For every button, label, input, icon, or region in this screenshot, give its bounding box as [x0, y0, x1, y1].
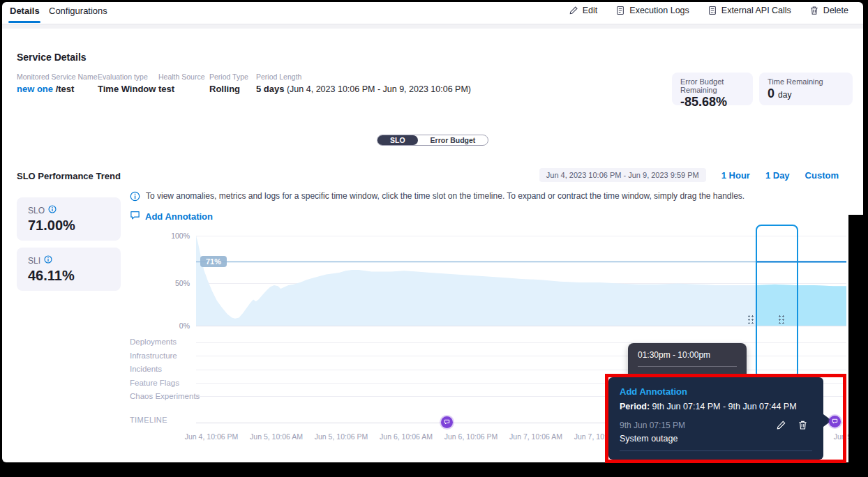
range-1-day[interactable]: 1 Day: [765, 170, 790, 181]
slo-area-chart[interactable]: [196, 236, 846, 326]
time-remaining-card: Time Remaining 0 day: [759, 73, 853, 105]
annotation-edit-icon[interactable]: [776, 420, 786, 430]
trash-icon: [809, 6, 819, 15]
tab-details[interactable]: Details: [10, 6, 40, 16]
target-percent-chip: 71%: [200, 256, 227, 267]
annotation-popup: Add Annotation Period: 9th Jun 07:14 PM …: [608, 377, 823, 460]
slo-errorbudget-toggle: SLO Error Budget: [377, 135, 488, 146]
y-tick-100: 100%: [160, 232, 190, 240]
lane-label-incidents: Incidents: [130, 365, 162, 373]
y-tick-0: 0%: [160, 321, 190, 330]
x-tick: Jun 6, 10:06 PM: [444, 432, 497, 441]
annotation-marker-icon-selected[interactable]: [829, 416, 841, 427]
edit-pencil-icon: [569, 6, 578, 15]
error-budget-remaining-card: Error Budget Remaining -85.68%: [672, 73, 753, 105]
toggle-error-budget[interactable]: Error Budget: [418, 135, 488, 145]
annotation-entry-time: 9th Jun 07:15 PM: [620, 421, 776, 430]
field-period-length: Period Length 5 days (Jun 4, 2023 10:06 …: [256, 73, 471, 94]
date-range-chip: Jun 4, 2023 10:06 PM - Jun 9, 2023 9:59 …: [539, 168, 706, 182]
lane-line: [196, 342, 846, 343]
monitored-service-link[interactable]: new one: [17, 84, 53, 94]
execution-logs-button[interactable]: Execution Logs: [615, 6, 689, 15]
info-icon: [130, 191, 140, 204]
popup-add-annotation-link[interactable]: Add Annotation: [620, 386, 812, 397]
active-tab-underline: [8, 21, 40, 23]
sli-info-icon[interactable]: [44, 255, 52, 266]
app-window: Details Configurations Edit Execution Lo…: [0, 0, 868, 477]
slo-area: [196, 236, 846, 326]
delete-button[interactable]: Delete: [809, 6, 848, 15]
field-evaluation-type: Evaluation type Time Window: [98, 73, 156, 94]
external-api-calls-button[interactable]: External API Calls: [708, 6, 791, 15]
field-period-type: Period Type Rolling: [209, 73, 248, 94]
annotation-bubble-icon: [130, 210, 140, 222]
annotation-delete-icon[interactable]: [798, 420, 808, 430]
field-monitored-service-name: Monitored Service Name new one /test: [17, 73, 98, 94]
lane-label-chaos-experiments: Chaos Experiments: [130, 392, 200, 400]
document-api-icon: [708, 6, 717, 15]
popup-divider: [620, 450, 812, 451]
info-banner: To view anomalies, metrics and logs for …: [130, 191, 835, 204]
toggle-slo[interactable]: SLO: [377, 135, 418, 145]
tab-configurations[interactable]: Configurations: [49, 6, 107, 16]
tooltip-divider: [638, 366, 737, 367]
y-tick-50: 50%: [160, 279, 190, 287]
field-health-source: Health Source test: [158, 73, 205, 94]
gridline-0: [196, 326, 846, 326]
x-tick: Jun 7, 10:06 AM: [509, 432, 562, 441]
timeline-label: TIMELINE: [130, 416, 167, 424]
range-1-hour[interactable]: 1 Hour: [721, 170, 750, 181]
x-tick: Jun 6, 10:06 AM: [380, 432, 433, 441]
x-tick: Jun 4, 10:06 PM: [185, 432, 238, 441]
time-window-selection[interactable]: [756, 225, 798, 379]
header-actions: Edit Execution Logs External API Calls D…: [569, 6, 848, 15]
trend-title: SLO Performance Trend: [17, 171, 121, 181]
annotation-entry-text: System outage: [620, 434, 812, 444]
lane-line: [196, 356, 846, 356]
lane-label-deployments: Deployments: [130, 338, 177, 346]
lane-label-infrastructure: Infrastructure: [130, 351, 177, 360]
x-tick: Jun 5, 10:06 PM: [315, 432, 368, 441]
add-annotation-link[interactable]: Add Annotation: [130, 210, 213, 222]
x-tick: Jun 5, 10:06 AM: [250, 432, 303, 441]
right-edge-mask: [848, 215, 868, 463]
lane-label-feature-flags: Feature Flags: [130, 379, 179, 387]
slo-score-card: SLO 71.00%: [17, 197, 121, 241]
tooltip-time-range: 01:30pm - 10:00pm: [638, 350, 737, 360]
lane-line: [196, 370, 846, 370]
annotation-marker-icon[interactable]: [441, 416, 453, 428]
trend-range-controls: Jun 4, 2023 10:06 PM - Jun 9, 2023 9:59 …: [539, 168, 839, 182]
slo-info-icon[interactable]: [48, 205, 57, 215]
service-details-title: Service Details: [17, 52, 87, 63]
document-icon: [615, 6, 625, 15]
selection-right-handle[interactable]: [777, 314, 785, 324]
range-custom[interactable]: Custom: [805, 170, 839, 181]
edit-button[interactable]: Edit: [569, 6, 598, 15]
sli-score-card: SLI 46.11%: [17, 248, 121, 291]
selection-left-handle[interactable]: [747, 314, 754, 324]
header-divider: [2, 24, 863, 29]
